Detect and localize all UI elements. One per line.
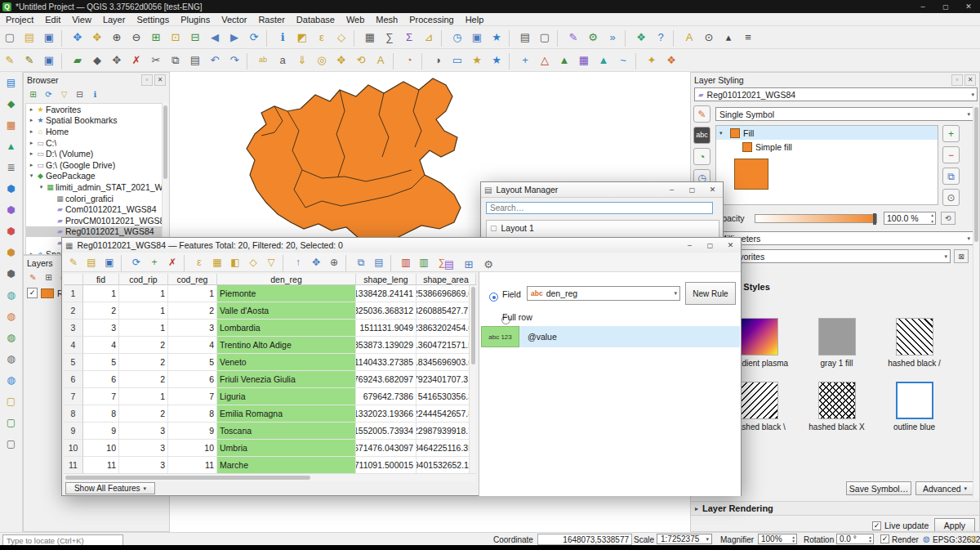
cell-cod_rip[interactable]: 1 [119,302,168,320]
topology-checker-icon[interactable]: ▲ [555,51,573,69]
field-calculator-icon[interactable]: ∑ [381,29,399,47]
row-number[interactable]: 9 [64,423,83,440]
cell-cod_rip[interactable]: 2 [119,371,168,388]
paste-features-icon[interactable]: ▤ [186,51,204,69]
apply-button[interactable]: Apply [934,518,975,532]
row-number[interactable]: 7 [64,388,83,405]
browser-item[interactable]: ▾◆GeoPackage [26,171,167,182]
osm-place-search-icon[interactable]: ⊙ [700,29,718,47]
spatial-query-icon[interactable]: ❖ [662,51,680,69]
map-tips-icon[interactable]: ▭ [448,51,466,69]
menu-raster[interactable]: Raster [252,13,290,25]
cell-shape_area[interactable]: 7923401707.31 [416,371,476,388]
cell-shape_area[interactable]: 3260885427.71 [416,302,476,320]
lock-symbol-color-icon[interactable]: ⊙ [942,189,960,206]
cell-fid[interactable]: 8 [83,405,119,423]
cell-cod_reg[interactable]: 1 [168,285,217,302]
add-delimited-text-layer-icon[interactable]: ≣ [2,159,20,177]
cell-cod_reg[interactable]: 8 [168,405,217,423]
row-number[interactable]: 11 [64,457,83,473]
new-geopackage-layer-icon[interactable]: ▢ [2,414,20,432]
browser-item[interactable]: ▦colori_grafici [26,193,167,204]
magnifier-spinbox[interactable]: 100% [758,534,797,544]
delete-selected-icon[interactable]: ✗ [127,51,145,69]
current-edits-icon[interactable]: ✎ [1,51,19,69]
layer-labeling-icon[interactable]: ab [254,51,272,69]
cell-den_reg[interactable]: Trentino Alto Adige [217,337,356,354]
add-symbol-layer-icon[interactable]: + [942,125,960,142]
cell-shape_leng[interactable]: 1332023.19366 [356,405,416,423]
expand-arrow-icon[interactable]: ▸ [28,140,35,146]
digitize-polygon-icon[interactable]: ▰ [69,51,87,69]
toggle-editing-icon[interactable]: ✎ [20,51,38,69]
cell-cod_rip[interactable]: 3 [119,457,168,473]
cell-cod_reg[interactable]: 3 [168,320,217,337]
add-oracle-layer-icon[interactable]: ⬢ [2,244,20,262]
cell-cod_reg[interactable]: 11 [168,457,217,473]
conditional-rule-row[interactable]: @value [519,326,740,347]
save-project-icon[interactable]: ▣ [40,29,58,47]
cell-cod_rip[interactable]: 2 [119,405,168,423]
add-selected-layers-icon[interactable]: ⊞ [26,87,40,101]
zoom-out-icon[interactable]: ⊖ [127,29,145,47]
cell-cod_reg[interactable]: 2 [168,302,217,320]
spatial-bookmarks-icon[interactable]: ★ [488,29,506,47]
table-settings-icon[interactable]: ⚙ [479,255,497,273]
new-temporary-scratch-layer-icon[interactable]: ▢ [2,435,20,453]
identify-features-icon[interactable]: ℹ [274,29,292,47]
properties-widget-icon[interactable]: ℹ [88,87,102,101]
new-shapefile-layer-icon[interactable]: ▢ [2,392,20,410]
pan-to-selection-icon[interactable]: ✥ [88,29,106,47]
add-feature-icon[interactable]: + [146,254,163,271]
zoom-to-layer-icon[interactable]: ⊟ [186,29,204,47]
cell-cod_rip[interactable]: 3 [119,440,168,457]
expand-arrow-icon[interactable]: ▸ [28,150,35,157]
style-item-hash-x[interactable]: hashed black X [798,382,875,432]
invert-selection-icon[interactable]: ◧ [227,254,243,271]
cell-cod_rip[interactable]: 2 [119,354,168,371]
multi-edit-mode-icon[interactable]: ▤ [83,254,100,271]
add-virtual-layer-icon[interactable]: ⬢ [2,265,20,283]
symbol-tree-fill[interactable]: Fill [716,126,938,140]
save-edits-icon[interactable]: ▣ [101,254,118,271]
preview-mode-icon[interactable]: ◑ [429,51,447,69]
undock-styling-button[interactable] [951,74,963,86]
expand-arrow-icon[interactable]: ▸ [28,128,35,135]
cell-den_reg[interactable]: Umbria [217,440,356,457]
conditional-field-combo[interactable]: abc den_reg [527,286,680,301]
cell-den_reg[interactable]: Toscana [217,423,356,440]
window-minimize-button[interactable] [911,0,934,13]
mask-tab-icon[interactable]: ◔ [693,148,710,165]
cell-fid[interactable]: 9 [83,423,119,440]
browser-item[interactable]: ▸★Favorites [26,104,167,115]
cell-shape_leng[interactable]: 711091.500015 [356,457,416,473]
show-layout-manager-icon[interactable]: ▤ [516,29,534,47]
row-number[interactable]: 8 [64,405,83,423]
row-number[interactable]: 1 [64,285,83,302]
select-by-expression-icon[interactable]: ε [313,29,331,47]
menu-layer[interactable]: Layer [97,13,131,25]
cell-fid[interactable]: 4 [83,337,119,354]
live-update-checkbox[interactable] [872,521,881,530]
add-wfs-layer-icon[interactable]: ◍ [2,329,20,347]
cell-cod_rip[interactable]: 3 [119,423,168,440]
copy-features-icon[interactable]: ⧉ [353,254,369,271]
expand-arrow-icon[interactable]: ▾ [38,184,45,190]
statistics-summary-icon[interactable]: Σ [400,29,418,47]
style-item-hash-fwd[interactable]: hashed black / [875,318,953,369]
layer-visibility-checkbox[interactable] [27,288,38,298]
menu-mesh[interactable]: Mesh [370,13,403,25]
cell-cod_reg[interactable]: 5 [168,354,217,371]
pan-to-selection-icon[interactable]: ✥ [308,254,324,271]
window-maximize-button[interactable] [934,0,957,13]
select-features-icon[interactable]: ◩ [293,29,311,47]
column-header-fid[interactable]: fid [83,274,119,285]
zoom-last-icon[interactable]: ◀ [206,29,224,47]
move-feature-icon[interactable]: ✥ [108,51,126,69]
add-postgis-layer-icon[interactable]: ⬢ [2,180,20,198]
help-contents-icon[interactable]: ? [652,29,670,47]
cut-features-icon[interactable]: ✂ [147,51,165,69]
delete-selected-features-icon[interactable]: ✗ [164,254,180,271]
move-selection-to-top-icon[interactable]: ↑ [290,254,306,271]
move-label-icon[interactable]: ✥ [332,51,350,69]
